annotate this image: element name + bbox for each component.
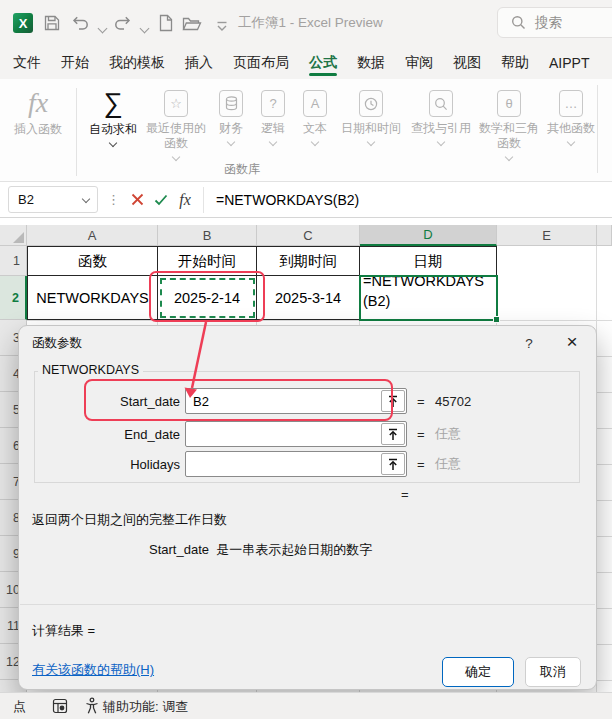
function-help-link[interactable]: 有关该函数的帮助(H) [32,661,154,679]
formula-input[interactable]: =NETWORKDAYS(B2) [216,192,359,208]
argument-row-start-date: Start_date = 45702 [35,388,579,414]
new-file-icon[interactable] [156,13,176,33]
tab-insert[interactable]: 插入 [185,46,213,79]
date-time-button[interactable]: 日期和时间 [337,86,405,145]
logical-button[interactable]: ? 逻辑 [253,86,293,145]
collapse-dialog-button[interactable] [381,423,405,445]
tab-view[interactable]: 视图 [453,46,481,79]
start-date-input[interactable] [185,388,407,414]
cell-mode-indicator[interactable]: 点 [13,698,26,716]
redo-icon[interactable] [112,13,132,33]
cell-A2[interactable]: NETWORKDAYS [27,276,158,320]
collapse-dialog-button[interactable] [381,390,405,412]
row-header-2[interactable]: 2 [0,276,27,320]
argument-result: 任意 [435,425,461,443]
tab-my-templates[interactable]: 我的模板 [109,46,165,79]
cancel-button[interactable]: 取消 [525,657,581,687]
tab-review[interactable]: 审阅 [405,46,433,79]
financial-button[interactable]: 财务 [211,86,251,145]
tab-help[interactable]: 帮助 [501,46,529,79]
dialog-help-button[interactable]: ? [519,333,539,353]
formula-result-equals: = [401,487,409,502]
column-header-A[interactable]: A [27,225,158,246]
tab-home[interactable]: 开始 [61,46,89,79]
chevron-down-icon [82,195,90,203]
more-functions-button[interactable]: … 其他函数 [543,86,599,145]
argument-label: End_date [53,427,180,442]
tab-file[interactable]: 文件 [13,46,41,79]
argument-result: 任意 [435,455,461,473]
tab-data[interactable]: 数据 [357,46,385,79]
function-name-label: NETWORKDAYS [38,363,143,377]
end-date-input[interactable] [185,421,407,447]
column-header-E[interactable]: E [497,225,597,246]
star-icon: ☆ [164,90,188,117]
save-icon[interactable] [42,13,62,33]
undo-dropdown-icon[interactable] [92,18,112,38]
cell-D1[interactable]: 日期 [360,246,497,276]
column-header-F[interactable] [597,225,612,246]
insert-function-button[interactable]: fx 插入函数 [8,86,68,137]
close-icon[interactable]: × [560,330,584,354]
cell-A1[interactable]: 函数 [27,246,158,276]
cell-C1[interactable]: 到期时间 [257,246,360,276]
button-label: 其他函数 [547,121,595,136]
text-icon: A [303,90,327,117]
chevron-down-icon [172,153,180,161]
search-placeholder: 搜索 [535,14,562,32]
argument-label: Start_date [53,394,180,409]
insert-function-fx-button[interactable]: fx [173,187,197,213]
tab-page-layout[interactable]: 页面布局 [233,46,289,79]
button-label: 财务 [219,121,243,136]
chevron-down-icon [367,138,375,146]
magnifier-icon [429,90,453,117]
question-icon: ? [261,90,285,117]
tab-aippt[interactable]: AIPPT [549,46,589,79]
select-all-corner[interactable] [0,225,27,246]
autosum-button[interactable]: ∑ 自动求和 [85,86,141,146]
function-group-box: NETWORKDAYS Start_date = 45702 End_date … [34,371,580,483]
tab-formulas[interactable]: 公式 [309,46,337,79]
cancel-entry-button[interactable] [125,187,149,213]
column-header-D[interactable]: D [360,225,497,246]
ribbon: fx 插入函数 ∑ 自动求和 ☆ 最近使用的函数 财务 [0,79,612,182]
argument-label: Holidays [53,457,180,472]
redo-dropdown-icon[interactable] [134,18,154,38]
cell-B1[interactable]: 开始时间 [158,246,257,276]
ribbon-options-icon[interactable] [212,16,232,36]
dialog-title[interactable]: 函数参数 [32,335,82,352]
lookup-reference-button[interactable]: 查找与引用 [407,86,475,145]
fx-icon: fx [179,191,191,209]
text-functions-button[interactable]: A 文本 [295,86,335,145]
ribbon-tab-bar: 文件 开始 我的模板 插入 页面布局 公式 数据 审阅 视图 帮助 AIPPT [0,46,612,79]
column-header-C[interactable]: C [257,225,360,246]
equals-sign: = [417,394,425,409]
collapse-dialog-button[interactable] [381,453,405,475]
row-header-1[interactable]: 1 [0,246,27,276]
recent-functions-button[interactable]: ☆ 最近使用的函数 [143,86,209,160]
macro-record-icon[interactable] [52,698,68,717]
excel-logo-icon: X [13,13,33,33]
search-box[interactable]: 搜索 [497,7,612,38]
accessibility-icon[interactable] [84,697,100,718]
chevron-down-icon [437,138,445,146]
holidays-input[interactable] [185,451,407,477]
excel-window: X 工作簿1 - Excel Preview 搜索 文件 [0,0,612,719]
confirm-entry-button[interactable] [149,187,173,213]
accessibility-status-label[interactable]: 辅助功能: 调查 [103,698,188,716]
dialog-divider [20,604,595,605]
document-title: 工作簿1 - Excel Preview [238,14,383,32]
column-header-B[interactable]: B [158,225,257,246]
button-label: 逻辑 [261,121,285,136]
button-label: 查找与引用 [411,121,471,136]
cell-B2[interactable]: 2025-2-14 [158,276,257,320]
name-box[interactable]: B2 [8,186,98,213]
ok-button[interactable]: 确定 [442,657,514,687]
ribbon-group-divider [597,85,598,173]
undo-icon[interactable] [70,13,90,33]
cell-D2[interactable]: =NETWORKDAYS (B2) [360,276,497,320]
math-trig-button[interactable]: θ 数学和三角函数 [477,86,541,160]
open-folder-icon[interactable] [182,13,202,33]
theta-icon: θ [497,90,521,117]
cell-C2[interactable]: 2025-3-14 [257,276,360,320]
